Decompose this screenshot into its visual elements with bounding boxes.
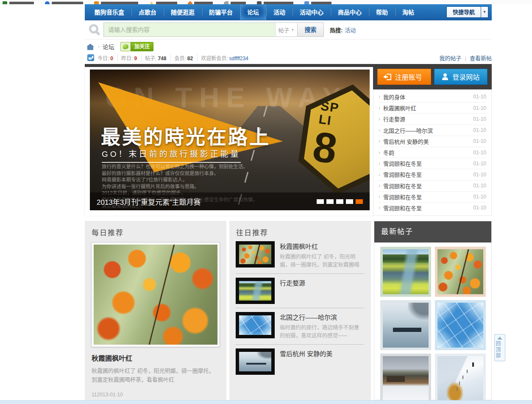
select-arrow-icon: ▼ (291, 28, 295, 32)
post-link[interactable]: 行走婺源 (383, 115, 473, 123)
nav-item-song-request[interactable]: 点歌台 (131, 4, 164, 20)
slideshow-block: ON THE WAY SP LI 8 最美的時光在路上 GO！末日前的旅行摄影正… (85, 64, 373, 216)
latest-posts-grid (374, 242, 491, 404)
login-button[interactable]: 登录网站 (434, 69, 488, 85)
list-item: 秋霞圃枫叶红01-10 (379, 102, 486, 113)
thumb-snow-dune-hiker[interactable] (435, 354, 486, 404)
breadcrumb-forum-link[interactable]: 论坛 (103, 42, 114, 51)
my-posts-link[interactable]: 我的帖子 (440, 55, 462, 61)
post-date: 01-10 (473, 150, 486, 156)
main-navbar: 酷狗音乐盒 点歌台 随便逛逛 防骗平台 论坛 活动 活动中心 商品中心 帮助 淘… (85, 4, 492, 20)
thumb-foggy-lake-pier[interactable] (236, 349, 274, 374)
slideshow-pagination (317, 199, 363, 204)
banner-caption-link[interactable]: 2013年3月刊“重复元素”主题月赛 (97, 196, 201, 207)
thumb-frost-branches-sky[interactable] (435, 300, 486, 350)
post-link[interactable]: 冬韵 (383, 148, 473, 156)
past-post-desc: 秋霞圃的枫叶红了 初冬，阳光明媚，骑一圈摩托，到嘉定秋霞圃喝 (280, 253, 364, 269)
post-link[interactable]: 北国之行——哈尔滨 (383, 126, 473, 134)
chevron-right-icon (379, 138, 380, 144)
search-input[interactable] (104, 23, 275, 36)
banner-slide-image[interactable]: ON THE WAY SP LI 8 最美的時光在路上 GO！末日前的旅行摄影正… (90, 70, 370, 210)
post-link[interactable]: 秋霞圃枫叶红 (383, 104, 473, 112)
chevron-right-icon (379, 94, 380, 100)
bookmark-item[interactable] (257, 0, 293, 4)
home-icon[interactable] (87, 47, 93, 50)
list-item: 行走婺源01-10 (379, 113, 486, 124)
bookmark-item[interactable] (3, 0, 34, 4)
bookmark-item[interactable] (45, 0, 83, 4)
post-link[interactable]: 雪润颐和在冬至 (383, 204, 473, 212)
newest-member-link[interactable]: sdffff234 (229, 56, 248, 61)
search-button[interactable]: 搜索 (297, 23, 323, 36)
latest-posts-header: 最新帖子 (374, 221, 491, 242)
slide-dot-3[interactable] (336, 199, 343, 204)
back-to-top-button[interactable]: 回顶部 (494, 334, 505, 361)
bookmark-item[interactable] (149, 0, 177, 4)
post-link[interactable]: 雪润颐和在冬至 (383, 182, 473, 190)
post-link[interactable]: 雪润颐和在冬至 (383, 159, 473, 167)
post-date: 01-10 (473, 183, 486, 189)
post-date: 01-10 (473, 161, 486, 167)
nav-item-forum-active[interactable]: 论坛 (240, 4, 266, 20)
daily-post-title[interactable]: 秋霞圃枫叶红 (92, 353, 220, 363)
chevron-right-icon (379, 194, 380, 200)
forum-stats: 今日:0 昨日:9 帖子:748 会员:82 欢迎新会员:sdffff234 我… (85, 52, 492, 63)
thumb-river-fields[interactable] (380, 247, 431, 297)
thumb-winter-village[interactable] (380, 354, 431, 404)
thumb-foggy-lake-pier[interactable] (380, 300, 431, 350)
stat-welcome: 欢迎新会员:sdffff234 (201, 54, 253, 61)
slide-dot-2[interactable] (326, 199, 334, 204)
nav-item-kugou-music-box[interactable]: 酷狗音乐盒 (87, 4, 131, 20)
slide-dot-4[interactable] (346, 199, 353, 204)
nav-item-browse[interactable]: 随便逛逛 (164, 4, 202, 20)
list-item: 雪润颐和在冬至01-10 (379, 169, 486, 180)
thumb-frost-branches-sky[interactable] (236, 312, 274, 338)
nav-item-activity-center[interactable]: 活动中心 (292, 4, 331, 20)
nav-item-activity[interactable]: 活动 (266, 4, 292, 20)
daily-photo-maple-leaves[interactable] (92, 242, 220, 347)
bookmark-icon (3, 1, 7, 5)
chevron-right-icon (379, 205, 380, 211)
past-recommend-header: 往日推荐 (236, 227, 364, 237)
browser-bookmarks-bar (0, 0, 532, 4)
post-link[interactable]: 我的身体 (383, 93, 473, 101)
post-date: 01-10 (473, 127, 486, 133)
slide-dot-5-active[interactable] (356, 199, 363, 204)
follow-button[interactable]: 加关注 (120, 42, 153, 51)
search-type-select[interactable]: 帖子 ▼ (275, 23, 297, 36)
bookmark-item[interactable] (224, 0, 246, 4)
hot-search-link[interactable]: 活动 (345, 27, 356, 33)
nav-item-help[interactable]: 帮助 (369, 4, 395, 20)
nav-item-taotie[interactable]: 淘帖 (395, 4, 421, 20)
bookmark-item[interactable] (188, 0, 213, 4)
page-content: 酷狗音乐盒 点歌台 随便逛逛 防骗平台 论坛 活动 活动中心 商品中心 帮助 淘… (85, 4, 492, 400)
post-link[interactable]: 雪润颐和在冬至 (383, 193, 473, 201)
bookmark-item[interactable] (94, 0, 138, 4)
post-link[interactable]: 雪润颐和在冬至 (383, 170, 473, 178)
thumb-maple-leaves[interactable] (435, 247, 486, 297)
stat-posts: 帖子:748 (145, 54, 171, 61)
past-post-title[interactable]: 北国之行——哈尔滨 (280, 312, 364, 321)
nav-item-antifraud[interactable]: 防骗平台 (202, 4, 240, 20)
quick-nav-button[interactable]: 快捷导航 (446, 6, 481, 18)
thumb-river-fields[interactable] (236, 278, 274, 304)
slide-dot-1[interactable] (317, 199, 324, 204)
past-post-title[interactable]: 秋霞圃枫叶红 (280, 242, 364, 251)
past-post-title[interactable]: 行走婺源 (280, 278, 364, 287)
register-button[interactable]: 注册账号 (377, 69, 431, 85)
past-post-title[interactable]: 雪后杭州 安静的美 (280, 349, 364, 358)
bookmark-item[interactable] (304, 0, 331, 4)
post-link[interactable]: 雪后杭州 安静的美 (383, 137, 473, 145)
quick-nav-dropdown-arrow-icon[interactable]: ▼ (481, 6, 488, 18)
post-date: 01-10 (473, 94, 486, 100)
chevron-right-icon (379, 150, 380, 156)
search-icon (89, 24, 98, 33)
bookmark-icon (187, 1, 193, 4)
nav-item-goods-center[interactable]: 商品中心 (331, 4, 369, 20)
thumb-maple-leaves[interactable] (236, 242, 274, 267)
view-new-posts-link[interactable]: 查看新帖 (470, 55, 492, 61)
chevron-right-icon (379, 161, 380, 167)
stats-chart-icon (87, 54, 94, 61)
list-item: 我的身体01-10 (379, 91, 486, 102)
latest-post-list: 我的身体01-10 秋霞圃枫叶红01-10 行走婺源01-10 北国之行——哈尔… (373, 89, 492, 216)
